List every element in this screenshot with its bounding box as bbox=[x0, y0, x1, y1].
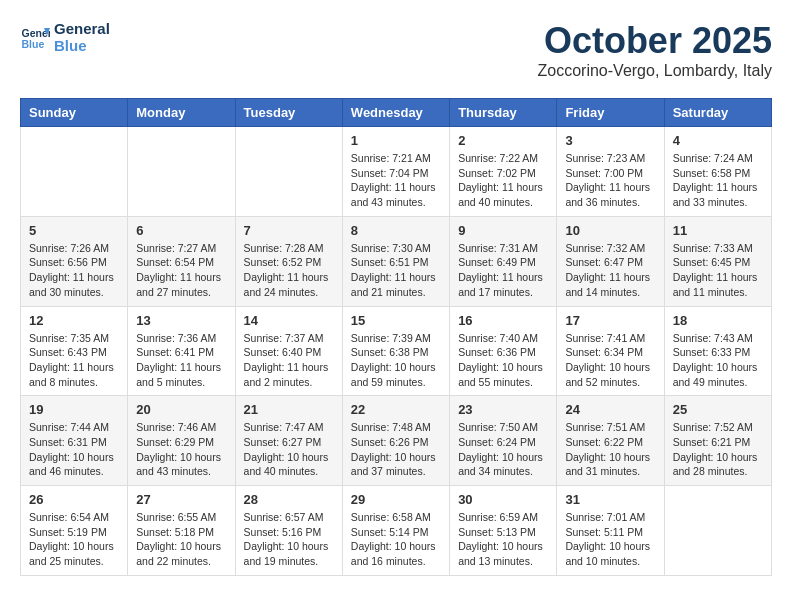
calendar-cell bbox=[21, 127, 128, 217]
day-info: Sunrise: 7:26 AMSunset: 6:56 PMDaylight:… bbox=[29, 241, 119, 300]
day-number: 6 bbox=[136, 223, 226, 238]
logo-icon: General Blue bbox=[20, 22, 50, 52]
day-info: Sunrise: 7:52 AMSunset: 6:21 PMDaylight:… bbox=[673, 420, 763, 479]
day-number: 11 bbox=[673, 223, 763, 238]
logo: General Blue General Blue bbox=[20, 20, 110, 54]
day-info: Sunrise: 7:22 AMSunset: 7:02 PMDaylight:… bbox=[458, 151, 548, 210]
calendar-cell: 26Sunrise: 6:54 AMSunset: 5:19 PMDayligh… bbox=[21, 486, 128, 576]
day-info: Sunrise: 6:58 AMSunset: 5:14 PMDaylight:… bbox=[351, 510, 441, 569]
day-info: Sunrise: 7:50 AMSunset: 6:24 PMDaylight:… bbox=[458, 420, 548, 479]
calendar-cell: 18Sunrise: 7:43 AMSunset: 6:33 PMDayligh… bbox=[664, 306, 771, 396]
calendar-cell: 4Sunrise: 7:24 AMSunset: 6:58 PMDaylight… bbox=[664, 127, 771, 217]
calendar-week-5: 26Sunrise: 6:54 AMSunset: 5:19 PMDayligh… bbox=[21, 486, 772, 576]
logo-general: General bbox=[54, 20, 110, 37]
calendar-cell: 27Sunrise: 6:55 AMSunset: 5:18 PMDayligh… bbox=[128, 486, 235, 576]
day-number: 22 bbox=[351, 402, 441, 417]
calendar-cell: 24Sunrise: 7:51 AMSunset: 6:22 PMDayligh… bbox=[557, 396, 664, 486]
calendar-cell: 17Sunrise: 7:41 AMSunset: 6:34 PMDayligh… bbox=[557, 306, 664, 396]
day-info: Sunrise: 6:54 AMSunset: 5:19 PMDaylight:… bbox=[29, 510, 119, 569]
day-number: 10 bbox=[565, 223, 655, 238]
day-info: Sunrise: 7:32 AMSunset: 6:47 PMDaylight:… bbox=[565, 241, 655, 300]
day-info: Sunrise: 7:44 AMSunset: 6:31 PMDaylight:… bbox=[29, 420, 119, 479]
calendar-cell: 23Sunrise: 7:50 AMSunset: 6:24 PMDayligh… bbox=[450, 396, 557, 486]
svg-text:Blue: Blue bbox=[22, 38, 45, 50]
day-info: Sunrise: 6:57 AMSunset: 5:16 PMDaylight:… bbox=[244, 510, 334, 569]
calendar-week-2: 5Sunrise: 7:26 AMSunset: 6:56 PMDaylight… bbox=[21, 216, 772, 306]
col-thursday: Thursday bbox=[450, 99, 557, 127]
day-info: Sunrise: 7:40 AMSunset: 6:36 PMDaylight:… bbox=[458, 331, 548, 390]
day-number: 27 bbox=[136, 492, 226, 507]
day-number: 21 bbox=[244, 402, 334, 417]
day-number: 26 bbox=[29, 492, 119, 507]
col-wednesday: Wednesday bbox=[342, 99, 449, 127]
day-number: 4 bbox=[673, 133, 763, 148]
day-number: 20 bbox=[136, 402, 226, 417]
day-info: Sunrise: 7:01 AMSunset: 5:11 PMDaylight:… bbox=[565, 510, 655, 569]
day-info: Sunrise: 7:27 AMSunset: 6:54 PMDaylight:… bbox=[136, 241, 226, 300]
day-info: Sunrise: 7:21 AMSunset: 7:04 PMDaylight:… bbox=[351, 151, 441, 210]
day-info: Sunrise: 7:51 AMSunset: 6:22 PMDaylight:… bbox=[565, 420, 655, 479]
month-title: October 2025 bbox=[538, 20, 772, 62]
day-number: 29 bbox=[351, 492, 441, 507]
col-friday: Friday bbox=[557, 99, 664, 127]
calendar-cell: 29Sunrise: 6:58 AMSunset: 5:14 PMDayligh… bbox=[342, 486, 449, 576]
calendar-cell: 3Sunrise: 7:23 AMSunset: 7:00 PMDaylight… bbox=[557, 127, 664, 217]
day-number: 12 bbox=[29, 313, 119, 328]
calendar-cell: 16Sunrise: 7:40 AMSunset: 6:36 PMDayligh… bbox=[450, 306, 557, 396]
day-info: Sunrise: 7:33 AMSunset: 6:45 PMDaylight:… bbox=[673, 241, 763, 300]
day-number: 31 bbox=[565, 492, 655, 507]
calendar-cell: 15Sunrise: 7:39 AMSunset: 6:38 PMDayligh… bbox=[342, 306, 449, 396]
day-number: 25 bbox=[673, 402, 763, 417]
day-number: 23 bbox=[458, 402, 548, 417]
calendar-week-4: 19Sunrise: 7:44 AMSunset: 6:31 PMDayligh… bbox=[21, 396, 772, 486]
calendar-cell: 11Sunrise: 7:33 AMSunset: 6:45 PMDayligh… bbox=[664, 216, 771, 306]
day-info: Sunrise: 7:36 AMSunset: 6:41 PMDaylight:… bbox=[136, 331, 226, 390]
day-number: 7 bbox=[244, 223, 334, 238]
day-number: 16 bbox=[458, 313, 548, 328]
page-header: General Blue General Blue October 2025 Z… bbox=[20, 20, 772, 90]
calendar-cell: 14Sunrise: 7:37 AMSunset: 6:40 PMDayligh… bbox=[235, 306, 342, 396]
day-number: 8 bbox=[351, 223, 441, 238]
day-info: Sunrise: 7:37 AMSunset: 6:40 PMDaylight:… bbox=[244, 331, 334, 390]
logo-blue: Blue bbox=[54, 37, 110, 54]
calendar-cell: 20Sunrise: 7:46 AMSunset: 6:29 PMDayligh… bbox=[128, 396, 235, 486]
day-number: 17 bbox=[565, 313, 655, 328]
calendar-week-3: 12Sunrise: 7:35 AMSunset: 6:43 PMDayligh… bbox=[21, 306, 772, 396]
calendar-cell: 6Sunrise: 7:27 AMSunset: 6:54 PMDaylight… bbox=[128, 216, 235, 306]
calendar-cell: 5Sunrise: 7:26 AMSunset: 6:56 PMDaylight… bbox=[21, 216, 128, 306]
day-number: 5 bbox=[29, 223, 119, 238]
day-number: 15 bbox=[351, 313, 441, 328]
calendar-cell: 10Sunrise: 7:32 AMSunset: 6:47 PMDayligh… bbox=[557, 216, 664, 306]
calendar-cell bbox=[664, 486, 771, 576]
calendar-cell: 19Sunrise: 7:44 AMSunset: 6:31 PMDayligh… bbox=[21, 396, 128, 486]
day-info: Sunrise: 7:47 AMSunset: 6:27 PMDaylight:… bbox=[244, 420, 334, 479]
day-number: 9 bbox=[458, 223, 548, 238]
col-sunday: Sunday bbox=[21, 99, 128, 127]
day-number: 28 bbox=[244, 492, 334, 507]
day-info: Sunrise: 7:46 AMSunset: 6:29 PMDaylight:… bbox=[136, 420, 226, 479]
day-number: 14 bbox=[244, 313, 334, 328]
calendar-cell bbox=[235, 127, 342, 217]
day-info: Sunrise: 7:23 AMSunset: 7:00 PMDaylight:… bbox=[565, 151, 655, 210]
day-number: 18 bbox=[673, 313, 763, 328]
calendar-cell: 2Sunrise: 7:22 AMSunset: 7:02 PMDaylight… bbox=[450, 127, 557, 217]
calendar-cell: 30Sunrise: 6:59 AMSunset: 5:13 PMDayligh… bbox=[450, 486, 557, 576]
col-monday: Monday bbox=[128, 99, 235, 127]
calendar-week-1: 1Sunrise: 7:21 AMSunset: 7:04 PMDaylight… bbox=[21, 127, 772, 217]
calendar-table: Sunday Monday Tuesday Wednesday Thursday… bbox=[20, 98, 772, 576]
calendar-cell: 8Sunrise: 7:30 AMSunset: 6:51 PMDaylight… bbox=[342, 216, 449, 306]
location-title: Zoccorino-Vergo, Lombardy, Italy bbox=[538, 62, 772, 80]
col-saturday: Saturday bbox=[664, 99, 771, 127]
calendar-cell: 31Sunrise: 7:01 AMSunset: 5:11 PMDayligh… bbox=[557, 486, 664, 576]
day-number: 19 bbox=[29, 402, 119, 417]
day-number: 2 bbox=[458, 133, 548, 148]
day-info: Sunrise: 7:39 AMSunset: 6:38 PMDaylight:… bbox=[351, 331, 441, 390]
calendar-cell: 21Sunrise: 7:47 AMSunset: 6:27 PMDayligh… bbox=[235, 396, 342, 486]
calendar-cell: 25Sunrise: 7:52 AMSunset: 6:21 PMDayligh… bbox=[664, 396, 771, 486]
day-number: 1 bbox=[351, 133, 441, 148]
day-info: Sunrise: 6:55 AMSunset: 5:18 PMDaylight:… bbox=[136, 510, 226, 569]
day-info: Sunrise: 7:41 AMSunset: 6:34 PMDaylight:… bbox=[565, 331, 655, 390]
day-info: Sunrise: 7:48 AMSunset: 6:26 PMDaylight:… bbox=[351, 420, 441, 479]
calendar-cell: 9Sunrise: 7:31 AMSunset: 6:49 PMDaylight… bbox=[450, 216, 557, 306]
calendar-cell: 22Sunrise: 7:48 AMSunset: 6:26 PMDayligh… bbox=[342, 396, 449, 486]
